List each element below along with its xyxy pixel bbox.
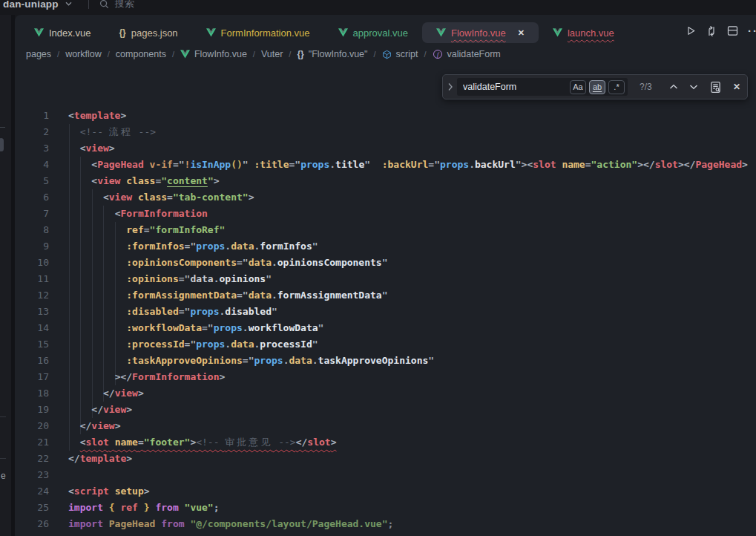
code-line: </template> bbox=[68, 451, 132, 467]
find-input-box: Aaab.* bbox=[457, 78, 628, 96]
line-number: 14 bbox=[15, 320, 49, 336]
find-close-icon[interactable]: ✕ bbox=[733, 82, 740, 92]
line-number: 25 bbox=[15, 500, 49, 516]
line-number: 23 bbox=[15, 467, 49, 483]
code-line: :taskApproveOpinions="props.data.taskApp… bbox=[68, 353, 434, 369]
code-line: :workflowData="props.workflowData" bbox=[68, 320, 323, 336]
divider bbox=[88, 0, 89, 9]
code-line: ></FormInformation> bbox=[68, 369, 225, 385]
line-number: 2 bbox=[15, 124, 49, 140]
chevron-down-icon bbox=[65, 1, 72, 6]
line-number: 9 bbox=[15, 238, 49, 255]
line-number: 6 bbox=[15, 189, 49, 206]
line-number: 1 bbox=[15, 108, 49, 124]
find-option-.*[interactable]: .* bbox=[608, 80, 625, 94]
toggle-replace-icon[interactable] bbox=[445, 75, 456, 99]
sidebar-fragment-line bbox=[0, 416, 6, 417]
title-bar: dan-uniapp 搜索 bbox=[0, 0, 756, 15]
line-number: 26 bbox=[15, 516, 49, 532]
code-line: <view class="content"> bbox=[68, 173, 220, 189]
code-line: <slot name="footer"><!-- 审批意见 --></slot> bbox=[68, 434, 336, 451]
find-options: Aaab.* bbox=[567, 80, 625, 94]
code-line: import PageHead from "@/components/layou… bbox=[68, 516, 393, 532]
find-match-count: ?/3 bbox=[640, 82, 660, 92]
code-line: :formInfos="props.data.formInfos" bbox=[68, 238, 318, 255]
find-in-selection-icon[interactable] bbox=[709, 81, 722, 94]
code-line: import { ref } from "vue"; bbox=[68, 500, 220, 516]
previous-match-icon[interactable] bbox=[669, 84, 678, 90]
sidebar-fragment-line bbox=[0, 127, 5, 128]
search-placeholder: 搜索 bbox=[115, 0, 134, 10]
global-search-box[interactable]: 搜索 bbox=[99, 0, 134, 10]
line-number: 13 bbox=[15, 304, 49, 320]
line-number: 15 bbox=[15, 336, 49, 353]
line-number: 7 bbox=[15, 206, 49, 222]
ide-window: dan-uniapp 搜索 e Index.vue{}pages.jsonFor… bbox=[0, 0, 756, 536]
find-input[interactable] bbox=[463, 82, 567, 92]
code-line: <PageHead v-if="!isInApp()" :title="prop… bbox=[68, 157, 748, 173]
line-number: 3 bbox=[15, 140, 49, 157]
code-line: </view> bbox=[68, 402, 132, 418]
line-number: 10 bbox=[15, 255, 49, 271]
code-line: <script setup> bbox=[68, 483, 150, 500]
sidebar-text-fragment: e bbox=[1, 471, 6, 481]
code-line: <template> bbox=[68, 108, 126, 124]
code-line: </view> bbox=[68, 418, 120, 434]
code-line: ref="formInfoRef" bbox=[68, 222, 225, 238]
code-line: :formAssignmentData="data.formAssignment… bbox=[68, 287, 388, 304]
line-number: 21 bbox=[15, 434, 49, 451]
line-number: 24 bbox=[15, 483, 49, 500]
code-line: :opinions="data.opinions" bbox=[68, 271, 272, 287]
code-line: <!-- 流程 --> bbox=[68, 124, 156, 140]
find-option-Aa[interactable]: Aa bbox=[570, 80, 586, 94]
code-line: :opinionsComponents="data.opinionsCompon… bbox=[68, 255, 388, 271]
editor-panel: Index.vue{}pages.jsonFormInformation.vue… bbox=[15, 15, 756, 536]
sidebar-drag-handle[interactable] bbox=[0, 138, 4, 151]
line-number: 12 bbox=[15, 287, 49, 304]
code-line: <view> bbox=[68, 140, 115, 157]
line-number: 17 bbox=[15, 369, 49, 385]
line-number: 4 bbox=[15, 157, 49, 173]
line-number: 22 bbox=[15, 451, 49, 467]
line-number: 16 bbox=[15, 353, 49, 369]
code-line: <view class="tab-content"> bbox=[68, 189, 254, 206]
line-number: 5 bbox=[15, 173, 49, 189]
find-option-ab[interactable]: ab bbox=[589, 80, 605, 94]
line-number: 8 bbox=[15, 222, 49, 238]
code-line: :processId="props.data.processId" bbox=[68, 336, 318, 353]
next-match-icon[interactable] bbox=[689, 84, 698, 90]
line-number: 18 bbox=[15, 385, 49, 402]
sidebar-fragment-line bbox=[0, 458, 6, 459]
line-number: 11 bbox=[15, 271, 49, 287]
find-widget: Aaab.* ?/3 ✕ bbox=[442, 74, 748, 99]
code-line: :disabled="props.disabled" bbox=[68, 304, 277, 320]
search-icon bbox=[99, 0, 109, 9]
line-number: 19 bbox=[15, 402, 49, 418]
line-number: 20 bbox=[15, 418, 49, 434]
code-line: <FormInformation bbox=[68, 206, 208, 222]
code-line: </view> bbox=[68, 385, 144, 402]
project-selector[interactable]: dan-uniapp bbox=[3, 0, 59, 10]
